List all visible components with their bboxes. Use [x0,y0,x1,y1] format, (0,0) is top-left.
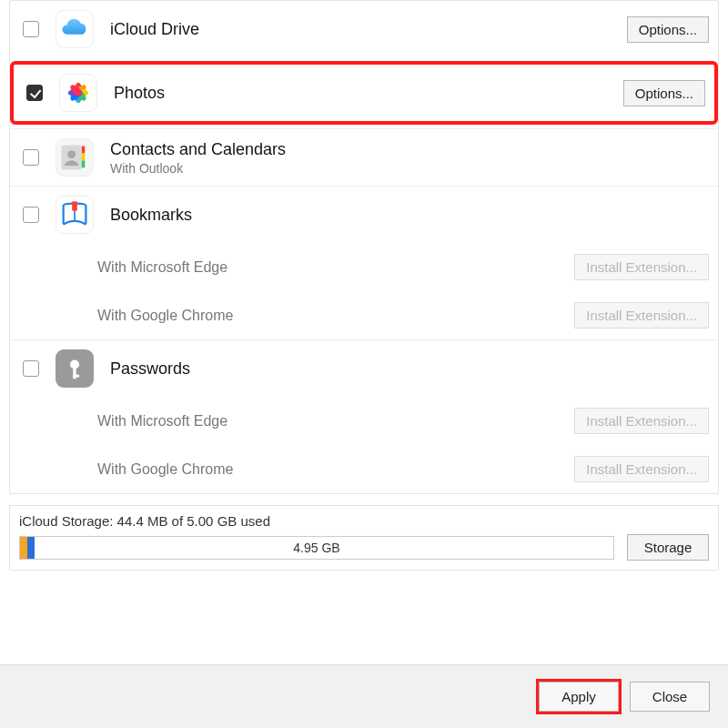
apply-button[interactable]: Apply [539,682,619,712]
checkbox-photos[interactable] [26,85,43,101]
passwords-edge-row: With Microsoft Edge Install Extension... [10,397,718,445]
install-passwords-edge[interactable]: Install Extension... [574,408,709,434]
storage-remaining: 4.95 GB [293,541,339,555]
checkbox-bookmarks[interactable] [23,207,39,223]
close-button[interactable]: Close [630,682,710,712]
icloud-drive-icon [56,10,94,48]
install-passwords-chrome[interactable]: Install Extension... [574,456,709,482]
label-contacts-title: Contacts and Calendars [110,140,709,159]
storage-seg-photos [20,537,27,559]
contacts-calendars-icon [56,138,94,177]
storage-label: iCloud Storage: 44.4 MB of 5.00 GB used [19,513,709,529]
storage-box: iCloud Storage: 44.4 MB of 5.00 GB used … [9,505,719,571]
checkbox-icloud-drive[interactable] [23,21,39,37]
svg-rect-14 [72,201,77,210]
row-bookmarks: Bookmarks [10,186,718,243]
label-photos: Photos [114,84,607,103]
label-passwords: Passwords [110,359,709,379]
install-bookmarks-chrome[interactable]: Install Extension... [574,302,709,329]
install-bookmarks-edge[interactable]: Install Extension... [574,254,709,280]
bookmarks-chrome-label: With Google Chrome [97,308,565,324]
svg-rect-12 [82,160,85,167]
passwords-icon [56,349,94,388]
label-contacts: Contacts and Calendars With Outlook [110,140,709,176]
footer: Apply Close [0,664,728,728]
bookmarks-icon [56,196,94,234]
row-passwords: Passwords [10,339,718,397]
bookmarks-edge-row: With Microsoft Edge Install Extension... [10,243,718,291]
checkbox-contacts[interactable] [23,149,39,166]
row-photos: Photos Options... [10,61,718,125]
passwords-chrome-row: With Google Chrome Install Extension... [10,445,718,493]
label-contacts-sub: With Outlook [110,161,709,176]
passwords-chrome-label: With Google Chrome [97,461,565,478]
checkbox-passwords[interactable] [23,360,39,377]
panel: iCloud Drive Options... [0,0,728,571]
svg-rect-11 [82,154,85,161]
photos-icon [59,74,97,112]
svg-point-9 [67,150,76,158]
svg-rect-17 [73,375,79,378]
passwords-edge-label: With Microsoft Edge [97,413,565,430]
label-icloud-drive: iCloud Drive [110,20,611,39]
options-icloud-drive[interactable]: Options... [627,16,709,43]
bookmarks-edge-label: With Microsoft Edge [97,259,565,276]
label-bookmarks: Bookmarks [110,206,709,225]
storage-bar: 4.95 GB [19,536,614,560]
bookmarks-chrome-row: With Google Chrome Install Extension... [10,291,718,339]
storage-bar-row: 4.95 GB Storage [19,534,709,561]
svg-rect-10 [82,147,85,154]
row-icloud-drive: iCloud Drive Options... [10,1,718,57]
options-photos[interactable]: Options... [623,80,705,106]
storage-seg-docs [27,537,35,559]
storage-button[interactable]: Storage [627,534,709,561]
row-contacts: Contacts and Calendars With Outlook [10,128,718,186]
services-list: iCloud Drive Options... [9,0,719,494]
